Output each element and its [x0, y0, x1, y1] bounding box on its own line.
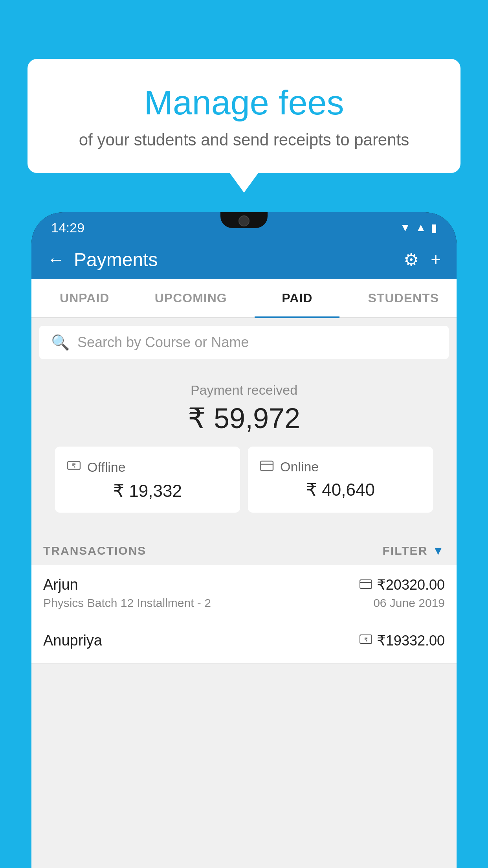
back-button[interactable]: ← — [47, 250, 64, 269]
tab-paid[interactable]: PAID — [244, 279, 350, 317]
filter-button[interactable]: FILTER ▼ — [383, 544, 445, 557]
filter-label: FILTER — [383, 544, 428, 557]
payment-amount: ₹ 59,972 — [47, 402, 441, 435]
transactions-header: TRANSACTIONS FILTER ▼ — [31, 536, 457, 565]
phone-camera — [238, 215, 250, 226]
speech-bubble: Manage fees of your students and send re… — [28, 59, 460, 173]
app-content: 🔍 Search by Course or Name Payment recei… — [31, 318, 457, 868]
online-icon — [260, 458, 274, 475]
header-left: ← Payments — [47, 249, 158, 270]
offline-payment-icon-2: ₹ — [360, 634, 372, 647]
filter-icon: ▼ — [432, 544, 445, 557]
search-input[interactable]: Search by Course or Name — [77, 334, 249, 351]
tabs-bar: UNPAID UPCOMING PAID STUDENTS — [31, 279, 457, 318]
plus-icon[interactable]: + — [431, 250, 441, 269]
phone-frame: 14:29 ▼ ▲ ▮ ← Payments ⚙ + UNPAID UPCOMI… — [31, 212, 457, 868]
online-card: Online ₹ 40,640 — [248, 447, 433, 513]
bubble-subtitle: of your students and send receipts to pa… — [59, 131, 429, 149]
online-amount: ₹ 40,640 — [260, 480, 421, 500]
transaction-date-1: 06 June 2019 — [373, 596, 445, 610]
svg-rect-4 — [360, 580, 372, 588]
transaction-item-arjun[interactable]: Arjun ₹20320.00 Physics Batch 12 Install… — [31, 565, 457, 621]
offline-icon: ₹ — [67, 458, 81, 476]
svg-text:₹: ₹ — [364, 636, 367, 643]
transaction-amount-row-1: ₹20320.00 — [360, 577, 445, 593]
phone-notch — [220, 212, 268, 228]
transactions-label: TRANSACTIONS — [43, 544, 146, 557]
header-right: ⚙ + — [404, 250, 441, 270]
status-time: 14:29 — [51, 220, 84, 235]
signal-icon: ▲ — [415, 221, 426, 234]
transaction-amount-1: ₹20320.00 — [377, 577, 445, 593]
cards-row: ₹ Offline ₹ 19,332 — [47, 447, 441, 524]
svg-text:₹: ₹ — [72, 462, 76, 469]
header-title: Payments — [74, 249, 158, 270]
offline-card: ₹ Offline ₹ 19,332 — [55, 447, 240, 513]
tab-students[interactable]: STUDENTS — [350, 279, 457, 317]
tab-upcoming[interactable]: UPCOMING — [138, 279, 244, 317]
transaction-name-2: Anupriya — [43, 632, 102, 649]
transaction-name-1: Arjun — [43, 576, 78, 593]
transaction-item-anupriya[interactable]: Anupriya ₹ ₹19332.00 — [31, 621, 457, 664]
search-bar[interactable]: 🔍 Search by Course or Name — [39, 326, 449, 359]
battery-icon: ▮ — [431, 221, 437, 234]
online-payment-icon-1 — [360, 578, 372, 592]
search-icon: 🔍 — [51, 334, 70, 351]
offline-amount: ₹ 19,332 — [67, 481, 228, 501]
offline-label: Offline — [87, 460, 126, 475]
payment-summary: Payment received ₹ 59,972 ₹ — [31, 367, 457, 536]
status-icons: ▼ ▲ ▮ — [400, 221, 437, 234]
app-header: ← Payments ⚙ + — [31, 240, 457, 279]
transaction-course-1: Physics Batch 12 Installment - 2 — [43, 596, 211, 610]
transaction-amount-row-2: ₹ ₹19332.00 — [360, 633, 445, 649]
bubble-title: Manage fees — [59, 83, 429, 123]
payment-label: Payment received — [47, 383, 441, 398]
gear-icon[interactable]: ⚙ — [404, 250, 419, 270]
svg-rect-2 — [261, 461, 273, 471]
transaction-amount-2: ₹19332.00 — [377, 633, 445, 649]
wifi-icon: ▼ — [400, 221, 411, 234]
online-label: Online — [280, 459, 319, 474]
tab-unpaid[interactable]: UNPAID — [31, 279, 138, 317]
